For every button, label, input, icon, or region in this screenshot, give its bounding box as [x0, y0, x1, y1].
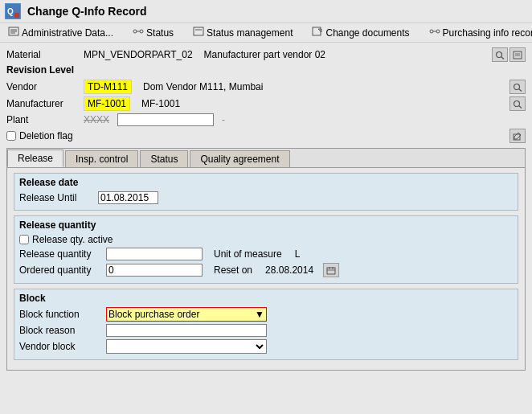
tab-release[interactable]: Release	[7, 150, 63, 167]
svg-point-17	[497, 51, 502, 57]
svg-point-15	[436, 30, 440, 33]
svg-line-18	[501, 56, 505, 59]
status-link-icon	[133, 27, 144, 39]
material-search-icon[interactable]	[492, 47, 508, 62]
block-function-value: Block purchase order	[108, 309, 199, 320]
plant-value: XXXX	[84, 114, 109, 125]
release-date-section: Release date Release Until	[14, 173, 518, 211]
vendor-row: Vendor TD-M111 Dom Vendor M111, Mumbai	[6, 80, 526, 94]
svg-point-7	[133, 30, 137, 33]
release-until-input[interactable]	[98, 191, 158, 204]
main-content: Material MPN_VENDORPART_02 Manufacturer …	[0, 43, 532, 375]
menu-change-documents[interactable]: Change documents	[309, 25, 412, 40]
svg-rect-19	[514, 51, 522, 59]
reset-on-value: 28.08.2014	[265, 264, 313, 276]
svg-line-25	[519, 105, 522, 108]
release-until-row: Release Until	[19, 191, 513, 204]
block-section: Block Block function Block purchase orde…	[14, 289, 518, 360]
release-until-label: Release Until	[19, 192, 92, 203]
release-date-title: Release date	[19, 177, 513, 188]
material-row: Material MPN_VENDORPART_02 Manufacturer …	[6, 47, 526, 62]
tab-bar: Release Insp. control Status Quality agr…	[7, 149, 525, 168]
release-qty-active-row: Release qty. active	[19, 234, 513, 245]
app-icon: Q	[5, 3, 21, 19]
reset-on-label: Reset on	[214, 264, 252, 276]
svg-point-14	[430, 30, 433, 33]
material-icons	[492, 47, 526, 62]
block-function-label: Block function	[19, 309, 100, 320]
plant-input[interactable]	[117, 113, 214, 126]
menu-bar: Administrative Data... Status Status man…	[0, 23, 532, 43]
release-qty-row: Release quantity Unit of measure L	[19, 248, 513, 260]
manufacturer-desc: MF-1001	[141, 98, 180, 109]
release-qty-input[interactable]	[106, 248, 203, 260]
menu-status-management[interactable]: Status management	[190, 25, 296, 40]
ordered-qty-row: Ordered quantity Reset on 28.08.2014	[19, 263, 513, 277]
svg-line-23	[519, 88, 522, 91]
manufacturer-row: Manufacturer MF-1001 MF-1001	[6, 96, 526, 111]
svg-text:Q: Q	[7, 7, 14, 16]
tab-quality-agreement[interactable]: Quality agreement	[190, 150, 289, 167]
release-qty-active-label: Release qty. active	[32, 234, 113, 245]
menu-administrative-data[interactable]: Administrative Data...	[5, 25, 117, 40]
manufacturer-value: MF-1001	[84, 96, 130, 111]
release-qty-label: Release quantity	[19, 248, 100, 260]
block-reason-input[interactable]	[106, 324, 267, 337]
svg-rect-2	[14, 13, 19, 18]
vendor-desc: Dom Vendor M111, Mumbai	[143, 81, 263, 92]
revision-row: Revision Level	[6, 64, 526, 77]
title-bar: Q Change Q-Info Record	[0, 0, 532, 23]
vendor-block-select[interactable]: Option 1 Option 2	[106, 339, 267, 354]
deletion-icons	[509, 129, 526, 143]
svg-rect-27	[327, 268, 335, 274]
unit-of-measure-label: Unit of measure	[214, 248, 282, 260]
vendor-block-label: Vendor block	[19, 341, 100, 352]
material-label: Material	[6, 49, 79, 60]
svg-point-8	[140, 30, 143, 33]
release-qty-section: Release quantity Release qty. active Rel…	[14, 215, 518, 284]
vendor-value: TD-M111	[84, 80, 132, 94]
vendor-search-icon[interactable]	[509, 80, 526, 94]
release-qty-active-checkbox[interactable]	[19, 235, 29, 244]
ordered-qty-input[interactable]	[106, 264, 203, 277]
plant-row: Plant XXXX -	[6, 113, 526, 126]
reset-calendar-icon[interactable]	[323, 263, 339, 277]
tab-container: Release Insp. control Status Quality agr…	[6, 148, 526, 371]
block-function-row: Block function Block purchase order ▼	[19, 307, 513, 322]
material-value: MPN_VENDORPART_02	[84, 49, 193, 60]
manufacturer-search-icon[interactable]	[509, 96, 526, 111]
block-reason-row: Block reason	[19, 324, 513, 337]
revision-label: Revision Level	[6, 64, 79, 76]
block-title: Block	[19, 293, 513, 304]
release-qty-title: Release quantity	[19, 219, 513, 231]
release-tab-content: Release date Release Until Release quant…	[7, 168, 525, 370]
edit-icon[interactable]	[509, 129, 526, 143]
deletion-flag-checkbox[interactable]	[6, 131, 16, 141]
status-mgmt-icon	[193, 27, 204, 39]
menu-purchasing-info[interactable]: Purchasing info record	[426, 25, 532, 40]
menu-status[interactable]: Status	[129, 25, 177, 40]
tab-insp-control[interactable]: Insp. control	[65, 150, 138, 167]
vendor-block-row: Vendor block Option 1 Option 2	[19, 339, 513, 354]
material-desc: Manufacturer part vendor 02	[204, 49, 325, 60]
vendor-icons	[509, 80, 526, 94]
svg-point-22	[514, 84, 520, 89]
tab-status[interactable]: Status	[140, 150, 188, 167]
svg-point-24	[514, 100, 520, 106]
manufacturer-label: Manufacturer	[6, 98, 79, 109]
page-title: Change Q-Info Record	[27, 5, 147, 18]
svg-rect-10	[194, 27, 203, 35]
vendor-label: Vendor	[6, 81, 79, 92]
purchasing-icon	[429, 27, 440, 39]
block-function-dropdown[interactable]: Block purchase order ▼	[106, 307, 267, 322]
admin-data-icon	[8, 27, 19, 39]
unit-of-measure-value: L	[295, 248, 301, 260]
change-docs-icon	[312, 27, 323, 39]
ordered-qty-label: Ordered quantity	[19, 264, 100, 276]
material-detail-icon[interactable]	[509, 47, 526, 62]
manufacturer-icons	[509, 96, 526, 111]
deletion-flag-label: Deletion flag	[19, 130, 73, 141]
plant-label: Plant	[6, 114, 79, 125]
block-function-chevron-icon: ▼	[255, 309, 264, 320]
block-reason-label: Block reason	[19, 325, 100, 336]
